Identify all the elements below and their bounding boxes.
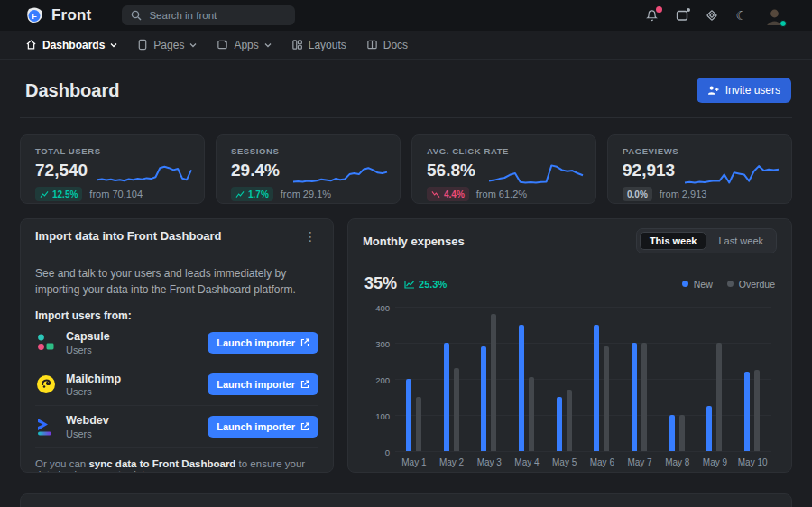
x-axis-tick: May 8: [658, 457, 697, 467]
week-toggle-group: This week Last week: [636, 228, 777, 254]
legend-item-new: New: [682, 279, 713, 290]
top-navbar: F Front: [0, 0, 812, 31]
external-link-icon: [300, 380, 309, 389]
bar-overdue[interactable]: [454, 368, 459, 451]
stat-card-pageviews[interactable]: Pageviews 92,913 0.0% from 2,913: [607, 134, 792, 204]
page-header: Dashboard Invite users: [0, 60, 812, 117]
toggle-last-week[interactable]: Last week: [708, 232, 773, 250]
external-link-icon: [300, 338, 309, 347]
mailchimp-logo-icon: [35, 373, 57, 395]
list-item-capsule: Capsule Users Launch importer: [35, 322, 318, 364]
bar-new[interactable]: [744, 372, 750, 451]
trend-badge: 0.0%: [623, 187, 652, 201]
import-card-title: Import data into Front Dashboard: [35, 229, 222, 243]
book-icon: [366, 39, 378, 51]
activity-window-button[interactable]: [676, 9, 688, 22]
sparkline-chart: [291, 151, 389, 192]
bar-overdue[interactable]: [416, 397, 421, 451]
chevron-down-icon: [264, 42, 272, 48]
external-link-icon: [300, 422, 309, 431]
sparkline-chart: [487, 151, 585, 192]
search-input[interactable]: [149, 10, 286, 21]
bar-new[interactable]: [706, 406, 712, 451]
stats-row: Total users 72,540 12.5% from 70,104 Ses…: [20, 134, 792, 204]
nav-item-apps[interactable]: Apps: [217, 39, 271, 51]
y-axis-tick: 100: [366, 411, 390, 421]
bar-overdue[interactable]: [529, 377, 534, 451]
import-description: See and talk to your users and leads imm…: [35, 265, 318, 298]
bar-new[interactable]: [669, 415, 675, 451]
nav-item-pages[interactable]: Pages: [137, 39, 197, 51]
nav-item-layouts[interactable]: Layouts: [291, 39, 346, 51]
x-axis-tick: May 9: [695, 457, 734, 467]
legend-dot-overdue: [727, 281, 734, 287]
bar-overdue[interactable]: [567, 390, 572, 451]
capsule-logo-icon: [35, 332, 57, 354]
gridline: [395, 307, 771, 308]
expenses-headline: 35%: [364, 274, 397, 293]
expenses-bar-chart[interactable]: 0100200300400May 1May 2May 3May 4May 5Ma…: [395, 308, 771, 473]
sparkline-chart: [683, 151, 780, 192]
global-search[interactable]: [122, 5, 295, 25]
svg-text:F: F: [32, 12, 37, 21]
bar-new[interactable]: [406, 379, 411, 451]
import-subtitle: Import users from:: [35, 309, 318, 322]
moon-icon: ☾: [735, 9, 747, 22]
bar-new[interactable]: [632, 343, 637, 451]
bar-overdue[interactable]: [754, 370, 760, 451]
bar-overdue[interactable]: [679, 415, 685, 451]
bar-new[interactable]: [481, 346, 486, 451]
notifications-button[interactable]: [645, 9, 659, 23]
gridline: [395, 451, 771, 452]
bar-new[interactable]: [519, 325, 524, 451]
chart-legend: New Overdue: [682, 279, 775, 290]
chevron-down-icon: [189, 42, 197, 48]
trend-badge: 1.7%: [231, 187, 273, 201]
bar-overdue[interactable]: [604, 346, 609, 451]
expenses-delta: 25.3%: [404, 279, 447, 290]
stat-card-avg-click-rate[interactable]: Avg. click rate 56.8% 4.4% from 61.2%: [411, 134, 596, 204]
bar-new[interactable]: [594, 325, 599, 451]
gridline: [395, 343, 771, 344]
user-avatar[interactable]: [764, 5, 785, 26]
page-title: Dashboard: [25, 80, 119, 101]
apps-grid-button[interactable]: [706, 9, 718, 22]
sparkline-chart: [96, 151, 193, 192]
bar-overdue[interactable]: [491, 314, 496, 451]
list-item-mailchimp: Mailchimp Users Launch importer: [35, 364, 318, 407]
dark-mode-toggle[interactable]: ☾: [735, 9, 747, 22]
trend-badge: 4.4%: [427, 187, 469, 201]
y-axis-tick: 200: [366, 375, 390, 385]
bar-overdue[interactable]: [716, 343, 722, 451]
bar-new[interactable]: [557, 397, 562, 451]
trend-chart-icon: [431, 190, 440, 198]
list-item-webdev: Webdev Users Launch importer: [35, 406, 318, 448]
bar-overdue[interactable]: [641, 343, 647, 451]
nav-item-docs[interactable]: Docs: [366, 39, 408, 51]
launch-importer-button[interactable]: Launch importer: [208, 373, 318, 395]
kebab-menu-icon[interactable]: ⋮: [302, 229, 318, 244]
file-icon: [137, 39, 148, 51]
cards-row: Import data into Front Dashboard ⋮ See a…: [20, 218, 792, 473]
trend-chart-icon: [235, 190, 245, 198]
person-plus-icon: [707, 85, 719, 96]
x-axis-tick: May 1: [394, 457, 434, 467]
nav-item-dashboards[interactable]: Dashboards: [25, 39, 117, 51]
toggle-this-week[interactable]: This week: [640, 232, 707, 250]
stat-card-total-users[interactable]: Total users 72,540 12.5% from 70,104: [20, 134, 205, 204]
x-axis-tick: May 7: [620, 457, 660, 467]
sync-data-link[interactable]: sync data to Front Dashboard: [88, 458, 235, 469]
x-axis-tick: May 5: [545, 457, 585, 467]
activity-dot: [687, 8, 690, 12]
invite-users-button[interactable]: Invite users: [697, 78, 791, 103]
x-axis-tick: May 3: [469, 457, 509, 467]
launch-importer-button[interactable]: Launch importer: [208, 332, 318, 354]
brand-logo[interactable]: F Front: [25, 6, 91, 25]
bar-new[interactable]: [444, 343, 449, 451]
launch-importer-button[interactable]: Launch importer: [208, 416, 318, 438]
x-axis-tick: May 2: [432, 457, 472, 467]
import-data-card: Import data into Front Dashboard ⋮ See a…: [20, 218, 334, 473]
y-axis-tick: 400: [366, 303, 390, 313]
navbar-actions: ☾: [645, 5, 785, 26]
stat-card-sessions[interactable]: Sessions 29.4% 1.7% from 29.1%: [216, 134, 401, 204]
